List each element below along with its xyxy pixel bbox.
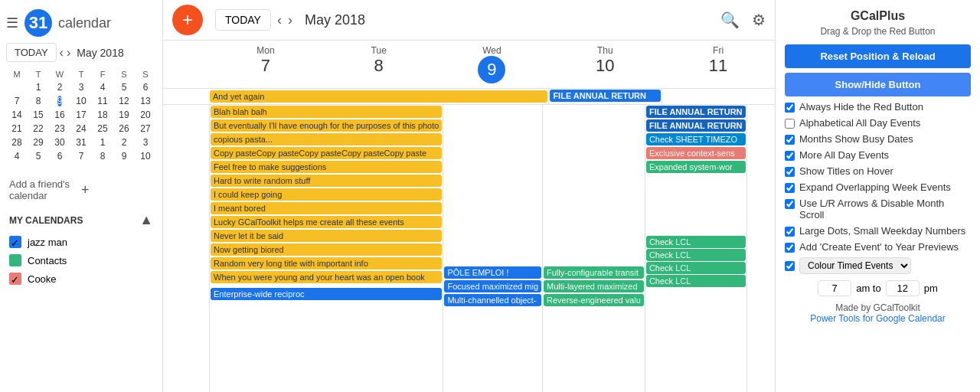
- settings-icon[interactable]: ⚙: [752, 11, 766, 29]
- event-check-lcl-3[interactable]: Check LCL: [646, 262, 746, 274]
- mini-cal-day[interactable]: 25: [92, 122, 113, 136]
- event-check-lcl-1[interactable]: Check LCL: [646, 236, 746, 248]
- event-check-lcl-2[interactable]: Check LCL: [646, 249, 746, 261]
- mini-cal-day[interactable]: 22: [28, 122, 49, 136]
- checkbox-more-all-day[interactable]: [785, 151, 795, 161]
- mini-cal-day[interactable]: [6, 80, 28, 94]
- event-focused[interactable]: Focused maximized mig: [444, 280, 541, 292]
- mini-cal-day[interactable]: 24: [70, 122, 92, 136]
- nav-prev-button[interactable]: ‹: [60, 46, 64, 60]
- calendar-item-jazz[interactable]: ✓ jazz man: [0, 233, 162, 251]
- mini-cal-day[interactable]: 19: [113, 108, 135, 122]
- mini-cal-day[interactable]: 9: [49, 94, 70, 108]
- event-copy-paste[interactable]: Copy pasteCopy pasteCopy pasteCopy paste…: [211, 147, 442, 159]
- mini-cal-day[interactable]: 7: [70, 149, 92, 163]
- mini-cal-day[interactable]: 2: [113, 136, 135, 149]
- mini-cal-day[interactable]: 3: [70, 80, 92, 94]
- mini-cal-day[interactable]: 31: [70, 136, 92, 149]
- event-now-getting[interactable]: Now getting biored: [211, 243, 442, 256]
- mini-today-button[interactable]: TODAY: [6, 43, 57, 62]
- mini-cal-day[interactable]: 20: [135, 108, 156, 122]
- mini-cal-day[interactable]: 15: [28, 108, 49, 122]
- checkbox-months-show[interactable]: [785, 135, 795, 145]
- event-lucky[interactable]: Lucky GCalToolkit helps me create all th…: [211, 216, 442, 228]
- event-meant-bored[interactable]: I meant bored: [211, 202, 442, 214]
- mini-cal-day[interactable]: 17: [70, 108, 92, 122]
- event-enterprise[interactable]: Enterprise-wide reciproc: [211, 288, 442, 300]
- all-day-event-and-yet-again[interactable]: And yet again: [210, 90, 547, 103]
- header-prev-button[interactable]: ‹: [277, 12, 282, 28]
- mini-cal-day[interactable]: 10: [70, 94, 92, 108]
- time-from-input[interactable]: [818, 280, 851, 296]
- mini-cal-day[interactable]: 27: [135, 122, 156, 136]
- mini-cal-day[interactable]: 11: [92, 94, 113, 108]
- mini-cal-day[interactable]: 2: [49, 80, 70, 94]
- mini-cal-day[interactable]: 9: [113, 149, 135, 163]
- mini-cal-day[interactable]: 23: [49, 122, 70, 136]
- event-never[interactable]: Never let it be said: [211, 230, 442, 242]
- checkbox-use-lr[interactable]: [785, 199, 795, 209]
- mini-cal-day[interactable]: 13: [135, 94, 156, 108]
- event-exclusive[interactable]: Exclusive context-sens: [646, 147, 746, 159]
- mini-cal-day[interactable]: 10: [135, 149, 156, 163]
- checkbox-expand-overlapping[interactable]: [785, 183, 795, 193]
- mini-cal-day[interactable]: 16: [49, 108, 70, 122]
- mini-cal-day[interactable]: 4: [92, 80, 113, 94]
- mini-cal-day[interactable]: 29: [28, 136, 49, 149]
- event-multi-layered[interactable]: Multi-layered maximized: [544, 280, 644, 292]
- search-icon[interactable]: 🔍: [720, 11, 740, 29]
- mini-cal-day[interactable]: 7: [6, 94, 28, 108]
- event-expanded[interactable]: Expanded system-wor: [646, 161, 746, 173]
- event-check-lcl-4[interactable]: Check LCL: [646, 275, 746, 287]
- checkbox-show-titles[interactable]: [785, 167, 795, 177]
- mini-cal-day[interactable]: 6: [49, 149, 70, 163]
- event-file2[interactable]: FILE ANNUAL RETURN: [646, 106, 746, 118]
- checkbox-alphabetical[interactable]: [785, 119, 795, 129]
- mini-cal-day[interactable]: 8: [28, 94, 49, 108]
- event-random[interactable]: Random very long title with important in…: [211, 257, 442, 270]
- event-feel-free[interactable]: Feel free to make suggestions: [211, 161, 442, 173]
- event-blah[interactable]: Blah blah balh: [211, 106, 442, 118]
- event-multi-channelled[interactable]: Multi-channelled object-: [444, 294, 541, 306]
- mini-cal-day[interactable]: 4: [6, 149, 28, 163]
- checkbox-always-hide[interactable]: [785, 103, 795, 113]
- add-friend-calendar-row[interactable]: Add a friend's calendar +: [0, 172, 162, 207]
- power-tools-link[interactable]: Power Tools for Google Calendar: [785, 313, 971, 324]
- all-day-event-file1[interactable]: FILE ANNUAL RETURN: [550, 90, 661, 102]
- my-calendars-header[interactable]: My calendars ▲: [0, 207, 162, 233]
- event-fully-config[interactable]: Fully-configurable transit: [544, 266, 644, 279]
- calendar-item-contacts[interactable]: Contacts: [0, 251, 162, 270]
- checkbox-large-dots[interactable]: [785, 227, 795, 237]
- event-check-sheet[interactable]: Check SHEET TIMEZO: [646, 133, 746, 145]
- event-keep-going[interactable]: I could keep going: [211, 188, 442, 201]
- mini-cal-day[interactable]: 5: [113, 80, 135, 94]
- hamburger-icon[interactable]: ☰: [6, 15, 18, 31]
- mini-cal-day[interactable]: 26: [113, 122, 135, 136]
- checkbox-colour-timed[interactable]: [785, 261, 795, 271]
- colour-timed-select[interactable]: Colour Timed Events: [799, 257, 911, 274]
- reset-position-button[interactable]: Reset Position & Reload: [785, 44, 971, 68]
- show-hide-button[interactable]: Show/Hide Button: [785, 73, 971, 96]
- event-reverse[interactable]: Reverse-engineered valu: [544, 294, 644, 306]
- mini-cal-day[interactable]: 30: [49, 136, 70, 149]
- mini-cal-day[interactable]: 1: [92, 136, 113, 149]
- calendar-item-cooke[interactable]: ✓ Cooke: [0, 270, 162, 288]
- mini-cal-day[interactable]: 8: [92, 149, 113, 163]
- mini-cal-day[interactable]: 14: [6, 108, 28, 122]
- event-when-you[interactable]: When you were young and your heart was a…: [211, 271, 442, 283]
- nav-next-button[interactable]: ›: [67, 46, 70, 60]
- mini-cal-day[interactable]: 21: [6, 122, 28, 136]
- header-next-button[interactable]: ›: [288, 12, 292, 28]
- mini-cal-day[interactable]: 6: [135, 80, 156, 94]
- mini-cal-day[interactable]: 12: [113, 94, 135, 108]
- mini-cal-day[interactable]: 28: [6, 136, 28, 149]
- event-file3[interactable]: FILE ANNUAL RETURN: [646, 119, 746, 132]
- mini-cal-day[interactable]: 3: [135, 136, 156, 149]
- event-copious[interactable]: copious pasta...: [211, 133, 442, 145]
- fab-add-button[interactable]: +: [172, 5, 203, 35]
- mini-cal-day[interactable]: 1: [28, 80, 49, 94]
- mini-cal-day[interactable]: 5: [28, 149, 49, 163]
- time-to-input[interactable]: [886, 280, 920, 296]
- event-pole-emploi[interactable]: PÔLE EMPLOI !: [444, 266, 541, 279]
- header-today-button[interactable]: TODAY: [215, 9, 271, 31]
